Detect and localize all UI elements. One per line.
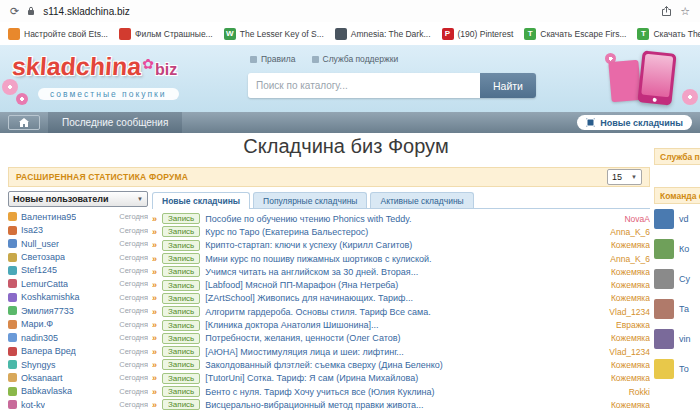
entry-author-link[interactable]: Евражка — [616, 320, 650, 330]
user-name-link[interactable]: Koshkamishka — [21, 292, 80, 302]
header-link[interactable]: Правила — [250, 54, 296, 64]
user-name-link[interactable]: Светозара — [21, 252, 65, 262]
entry-badge[interactable]: Запись — [162, 253, 200, 264]
user-name-link[interactable]: Эмилия7733 — [21, 306, 74, 316]
bookmark-item[interactable]: T Скачать Escape Firs... — [524, 28, 626, 40]
member-name-link[interactable]: Су — [679, 274, 690, 284]
entry-author-link[interactable]: Кожемяка — [611, 400, 650, 410]
entry-author-link[interactable]: Vlad_1234 — [609, 347, 650, 357]
entry-badge[interactable]: Запись — [162, 240, 200, 251]
entry-badge[interactable]: Запись — [162, 399, 200, 410]
user-name-link[interactable]: Stef1245 — [21, 265, 57, 275]
entry-title-link[interactable]: [TutorUni] Сотка. Тариф: Я сам (Ирина Ми… — [205, 373, 606, 383]
user-name-link[interactable]: Null_user — [21, 239, 59, 249]
user-avatar-icon — [8, 400, 17, 409]
entry-title-link[interactable]: Потребности, желания, ценности (Олег Сат… — [205, 333, 606, 343]
bookmark-item[interactable]: Фильм Страшные... — [119, 28, 213, 40]
per-page-select[interactable]: 15 ▼ — [607, 169, 642, 185]
entry-author-link[interactable]: Anna_K_6 — [610, 227, 650, 237]
entry-title-link[interactable]: [ZArtSchool] Живопись для начинающих. Та… — [205, 293, 606, 303]
entry-title-link[interactable]: Заколдованный флэтлей: съемка сверху (Ди… — [205, 360, 606, 370]
skladchiny-tab[interactable]: Активные складчины — [370, 192, 473, 208]
entry-title-link[interactable]: [Клиника доктора Анатолия Шишонина]... — [205, 320, 611, 330]
bookmark-item[interactable]: Amnesia: The Dark... — [335, 28, 431, 40]
entry-badge[interactable]: Запись — [162, 213, 200, 224]
member-name-link[interactable]: Та — [679, 304, 689, 314]
site-logo[interactable]: skladchina✿biz — [12, 52, 177, 81]
entry-author-link[interactable]: Кожемяка — [611, 280, 650, 290]
entry-title-link[interactable]: [АЮНА] Миостимуляция лица и шеи: лифтинг… — [205, 347, 604, 357]
entry-title-link[interactable]: [Labfood] Мясной ПП-Марафон (Яна Нетреба… — [205, 280, 606, 290]
skladchiny-tab[interactable]: Популярные складчины — [253, 192, 367, 208]
home-button[interactable] — [8, 115, 40, 130]
reload-icon[interactable]: ⟳ — [10, 6, 19, 17]
entry-badge[interactable]: Запись — [162, 266, 200, 277]
entry-badge[interactable]: Запись — [162, 359, 200, 370]
url-text[interactable]: s114.skladchina.biz — [43, 6, 130, 17]
user-name-link[interactable]: Shyngys — [21, 360, 56, 370]
entry-title-link[interactable]: Алгоритм гардероба. Основы стиля. Тариф … — [205, 307, 604, 317]
entry-title-link[interactable]: Курс по Таро (Екатерина Бальестерос) — [205, 227, 605, 237]
entry-title-link[interactable]: Бенто с нуля. Тариф Хочу учиться все (Юл… — [205, 387, 623, 397]
member-avatar[interactable] — [654, 299, 674, 319]
member-name-link[interactable]: То — [679, 364, 689, 374]
entry-badge[interactable]: Запись — [162, 280, 200, 291]
entry-badge[interactable]: Запись — [162, 333, 200, 344]
entry-author-link[interactable]: Anna_K_6 — [610, 254, 650, 264]
user-name-link[interactable]: Мари.Ф — [21, 319, 53, 329]
user-name-link[interactable]: LemurCatta — [21, 279, 68, 289]
entry-badge[interactable]: Запись — [162, 226, 200, 237]
entry-author-link[interactable]: Vlad_1234 — [609, 307, 650, 317]
member-avatar[interactable] — [654, 269, 674, 289]
entry-author-link[interactable]: Кожемяка — [611, 373, 650, 383]
member-avatar[interactable] — [654, 239, 674, 259]
bookmark-star-icon[interactable]: ☆ — [680, 6, 690, 17]
member-avatar[interactable] — [654, 359, 674, 379]
entry-badge[interactable]: Запись — [162, 293, 200, 304]
entry-badge[interactable]: Запись — [162, 346, 200, 357]
latest-messages-tab[interactable]: Последние сообщения — [48, 112, 182, 133]
bookmark-item[interactable]: W The Lesser Key of S... — [224, 28, 324, 40]
entry-badge[interactable]: Запись — [162, 386, 200, 397]
entry-author-link[interactable]: Rokki — [629, 387, 650, 397]
entry-title-link[interactable]: Мини курс по пошиву пижамных шортиков с … — [205, 254, 605, 264]
entry-author-link[interactable]: Кожемяка — [611, 293, 650, 303]
user-name-link[interactable]: kot-kv — [21, 400, 45, 410]
member-name-link[interactable]: Ко — [679, 244, 689, 254]
entry-author-link[interactable]: Кожемяка — [611, 240, 650, 250]
member-avatar[interactable] — [654, 209, 674, 229]
users-filter-select[interactable]: Новые пользователи ▼ — [8, 191, 148, 207]
entry-badge[interactable]: Запись — [162, 306, 200, 317]
user-name-link[interactable]: Babkavlaska — [21, 386, 72, 396]
entry-title-link[interactable]: Пособие по обучению чтению Phonics with … — [205, 214, 619, 224]
entry-author-link[interactable]: NovaA — [624, 214, 650, 224]
search-button[interactable]: Найти — [480, 73, 536, 98]
search-input[interactable] — [248, 73, 480, 98]
user-name-link[interactable]: Валера Вред — [21, 346, 76, 356]
new-skladchiny-button[interactable]: Новые складчины — [577, 115, 692, 130]
lock-icon[interactable] — [27, 6, 35, 16]
bookmark-item[interactable]: Настройте свой Ets... — [8, 28, 108, 40]
share-icon[interactable] — [661, 6, 672, 17]
entry-title-link[interactable]: Учимся читать на английском за 30 дней. … — [205, 267, 606, 277]
entry-author-link[interactable]: Кожемяка — [611, 360, 650, 370]
entry-author-link[interactable]: Кожемяка — [611, 333, 650, 343]
user-name-link[interactable]: Isa23 — [21, 225, 43, 235]
skladchiny-tab[interactable]: Новые складчины — [152, 192, 250, 209]
bookmark-item[interactable]: T Скачать The Prodig... — [637, 28, 700, 40]
user-name-link[interactable]: Oksanaart — [21, 373, 63, 383]
double-chevron-icon: » — [152, 293, 157, 303]
user-avatar-icon — [8, 360, 17, 369]
entry-author-link[interactable]: Кожемяка — [611, 267, 650, 277]
user-name-link[interactable]: Валентина95 — [21, 212, 76, 222]
member-avatar[interactable] — [654, 329, 674, 349]
entry-badge[interactable]: Запись — [162, 373, 200, 384]
bookmark-item[interactable]: P (190) Pinterest — [442, 28, 514, 40]
member-name-link[interactable]: vd — [679, 214, 689, 224]
member-name-link[interactable]: vin — [679, 334, 691, 344]
entry-title-link[interactable]: Висцерально-вибрационный метод правки жи… — [205, 400, 606, 410]
user-name-link[interactable]: nadin305 — [21, 333, 58, 343]
entry-title-link[interactable]: Крипто-стартап: ключи к успеху (Кирилл С… — [205, 240, 606, 250]
header-link[interactable]: Служба поддержки — [312, 54, 399, 64]
entry-badge[interactable]: Запись — [162, 320, 200, 331]
